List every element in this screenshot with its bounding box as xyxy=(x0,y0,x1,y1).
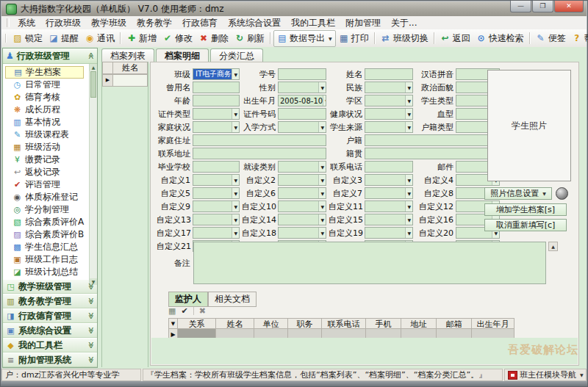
select-field[interactable]: ▼ xyxy=(193,200,240,212)
sidebar-item[interactable]: ▧综合素质评价A xyxy=(5,216,90,228)
input-field[interactable] xyxy=(365,68,413,80)
select-field[interactable]: ▼ xyxy=(365,200,413,212)
select-field[interactable]: ▼ xyxy=(193,227,240,239)
guardian-col-header[interactable]: 地址 xyxy=(401,318,437,329)
cancel-icon[interactable]: ✖ xyxy=(199,306,206,316)
select-field[interactable]: ▼ xyxy=(193,174,240,186)
select-field[interactable]: ▼ xyxy=(365,174,413,186)
sidebar-item[interactable]: ▩学生信息汇总 xyxy=(5,241,90,253)
minimize-button[interactable]: — xyxy=(510,1,531,12)
sidebar-item[interactable]: ▣班级工作日志 xyxy=(5,253,90,266)
select-field[interactable]: IT电子商务▼ xyxy=(193,68,240,80)
input-field[interactable] xyxy=(193,161,240,173)
sidebar-item[interactable]: ▥基本情况 xyxy=(5,116,90,129)
lock-button[interactable]: ▨锁定 xyxy=(10,31,46,46)
select-field[interactable]: ▼ xyxy=(365,187,413,199)
export-button[interactable]: ▤数据导出▼ xyxy=(273,30,336,47)
select-field[interactable]: ▼ xyxy=(365,108,413,120)
sidebar-group[interactable]: ≡附加管理系统≫ xyxy=(3,352,97,367)
sidebar-scrollbar[interactable]: ▲ ▼ xyxy=(89,64,97,285)
menu-item[interactable]: 行政班级 xyxy=(40,16,86,30)
refresh-button[interactable]: ↻刷新 xyxy=(232,31,268,46)
chat-button[interactable]: ◉通讯 xyxy=(82,31,118,46)
delete-button[interactable]: ✖删除 xyxy=(196,31,232,46)
name-column-header[interactable]: 姓名 xyxy=(113,62,148,74)
select-field[interactable]: 2005-08-10▼ xyxy=(278,95,326,106)
input-field[interactable] xyxy=(193,134,326,146)
select-field[interactable]: ▼ xyxy=(278,227,326,239)
back-button[interactable]: ↩返回 xyxy=(437,31,473,46)
input-field[interactable] xyxy=(193,148,326,159)
input-field[interactable] xyxy=(365,148,500,159)
module-nav-selector[interactable]: 班主任模块导航 ▼ xyxy=(504,369,587,381)
sidebar-item[interactable]: ↩返校记录 xyxy=(5,166,90,178)
sidebar-item[interactable]: ▦班级活动 xyxy=(5,141,90,153)
menu-item[interactable]: 系统综合设置 xyxy=(223,16,286,30)
sidebar-item[interactable]: ◪班级计划总结 xyxy=(5,266,90,278)
sidebar-item[interactable]: ✔评语管理 xyxy=(5,178,90,191)
select-field[interactable]: ▼ xyxy=(278,200,326,212)
confirm-icon[interactable]: ✔ xyxy=(181,306,187,316)
sidebar-group[interactable]: ▣系统综合设置≫ xyxy=(3,323,97,338)
menu-item[interactable]: 系统 xyxy=(12,16,40,30)
select-field[interactable]: ▼ xyxy=(365,227,413,239)
guardian-col-header[interactable]: 姓名 xyxy=(216,318,254,329)
search-button[interactable]: ⊙快速检索 xyxy=(473,31,527,46)
select-field[interactable]: ▼ xyxy=(193,121,240,133)
select-field[interactable]: ▼ xyxy=(278,187,326,199)
select-field[interactable]: ▼ xyxy=(365,214,413,225)
input-field[interactable] xyxy=(278,108,326,120)
camera-icon[interactable] xyxy=(556,187,568,200)
input-field[interactable] xyxy=(278,68,326,80)
scroll-up-icon[interactable]: ▲ xyxy=(90,64,97,70)
guardian-tab[interactable]: 相关文档 xyxy=(208,292,257,307)
menu-item[interactable]: 行政德育 xyxy=(177,16,223,30)
select-field[interactable]: ▼ xyxy=(278,121,326,133)
menu-item[interactable]: 附加管理 xyxy=(340,16,386,30)
sidebar-group[interactable]: ◳教学班级管理≫ xyxy=(3,279,97,294)
photo-settings-button[interactable]: 照片信息设置 ▼ xyxy=(484,187,552,200)
guardian-col-header[interactable]: 邮箱 xyxy=(437,318,472,329)
help-button[interactable]: ?帮助 xyxy=(569,31,588,46)
sidebar-group-header[interactable]: ♟ 行政班级管理 ≪ xyxy=(3,48,97,64)
name-cell[interactable] xyxy=(113,74,148,87)
maximize-button[interactable]: ❐ xyxy=(532,1,553,12)
guardian-col-header[interactable]: 职务 xyxy=(288,318,322,329)
menu-item[interactable]: 教务教学 xyxy=(132,16,177,30)
input-field[interactable] xyxy=(365,134,500,146)
select-field[interactable]: ▼ xyxy=(193,214,240,225)
menu-item[interactable]: 关于... xyxy=(386,16,422,30)
select-field[interactable]: ▼ xyxy=(278,82,326,93)
sidebar-item[interactable]: ❋成长历程 xyxy=(5,104,90,116)
select-field[interactable]: ▼ xyxy=(193,108,240,120)
sidebar-item[interactable]: ¥缴费记录 xyxy=(5,153,90,166)
close-button[interactable]: ✕ xyxy=(554,1,584,12)
guardian-tab[interactable]: 监护人 xyxy=(168,292,208,307)
reminder-button[interactable]: ◪提醒 xyxy=(46,31,82,46)
add-button[interactable]: ✚新增 xyxy=(123,31,159,46)
menu-item[interactable]: 我的工具栏 xyxy=(286,16,340,30)
select-field[interactable]: ▼ xyxy=(365,82,413,93)
guardian-col-header[interactable]: 关系 xyxy=(178,318,216,329)
edit-button[interactable]: ✔修改 xyxy=(159,31,196,46)
sidebar-item[interactable]: ▨综合素质评价B xyxy=(5,228,90,241)
sidebar-item[interactable]: ◫班主任计划总结 xyxy=(5,278,90,279)
chevron-up-icon[interactable]: ≪ xyxy=(87,52,94,59)
guardian-col-header[interactable]: 手机 xyxy=(366,318,401,329)
sidebar-group[interactable]: ◨行政德育管理≫ xyxy=(3,308,97,323)
add-student-button[interactable]: 增加学生档案[s] xyxy=(484,203,567,216)
sidebar-group[interactable]: ▥教务教学管理≫ xyxy=(3,294,97,308)
input-field[interactable] xyxy=(193,95,240,106)
input-field[interactable] xyxy=(193,82,240,93)
select-field[interactable]: ▼ xyxy=(365,95,413,106)
print-button[interactable]: ▦打印 xyxy=(336,31,372,46)
sidebar-item[interactable]: ✎班级课程表 xyxy=(5,129,90,141)
sidebar-item[interactable]: ✿德育考核 xyxy=(5,91,90,104)
select-field[interactable]: ▼ xyxy=(193,187,240,199)
name-list-row[interactable]: ▶ xyxy=(102,74,148,87)
note-button[interactable]: ✎便签 xyxy=(533,31,569,46)
remark-scroll-up-icon[interactable]: ▲ xyxy=(548,242,558,251)
scrollbar-thumb[interactable] xyxy=(90,71,96,98)
cancel-refill-button[interactable]: 取消重新填写[c] xyxy=(484,219,567,231)
guardian-col-header[interactable]: 单位 xyxy=(254,318,288,329)
